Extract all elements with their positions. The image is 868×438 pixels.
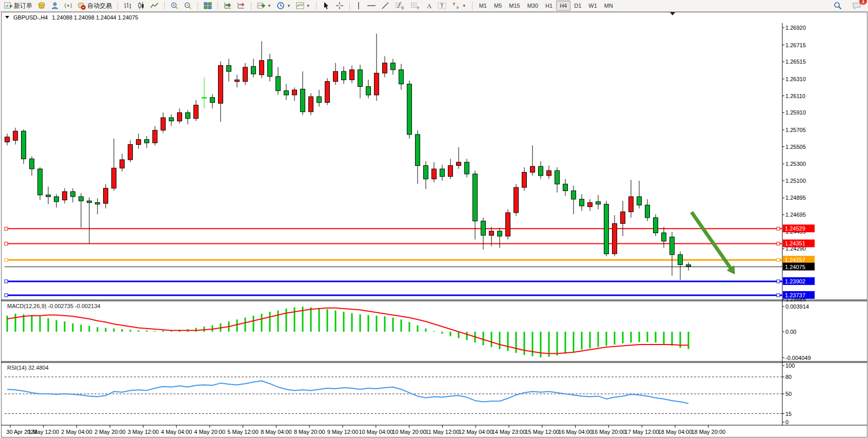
line-handle[interactable] — [777, 242, 780, 245]
line-handle[interactable] — [5, 258, 8, 261]
line-handle[interactable] — [5, 280, 8, 283]
line-handle[interactable] — [777, 258, 780, 261]
auto-trading-button[interactable]: 自动交易 — [75, 0, 114, 11]
price-axis-label: 1.25505 — [785, 144, 806, 150]
trendline-button[interactable] — [379, 0, 392, 11]
zoom-out-icon — [184, 2, 192, 10]
timeframe-button-M15[interactable]: M15 — [505, 1, 523, 11]
signal-button[interactable] — [62, 0, 75, 11]
toolbar-group-windows — [200, 0, 216, 11]
text-icon: A — [425, 2, 432, 10]
macd-axis-label: -0.004049 — [785, 355, 811, 361]
timeframe-button-D1[interactable]: D1 — [570, 1, 585, 11]
line-chart-icon — [150, 2, 159, 10]
auto-scroll-button[interactable] — [221, 0, 234, 11]
timeframe-button-MN[interactable]: MN — [601, 1, 617, 11]
toolbar-group-indicators: ▼ ▼ ▼ — [253, 0, 314, 11]
line-handle[interactable] — [5, 227, 8, 230]
periods-button[interactable]: ▼ — [274, 0, 293, 11]
line-handle[interactable] — [777, 280, 780, 283]
price-axis-label: 1.25100 — [785, 178, 806, 184]
time-axis-label: 17 May 12:00 — [625, 429, 659, 435]
chart-plot[interactable]: 1.269201.267151.265151.263101.261101.259… — [0, 23, 868, 438]
timeframe-button-M1[interactable]: M1 — [476, 1, 490, 11]
timeframe-button-H4[interactable]: H4 — [556, 1, 570, 11]
dropdown-arrow-icon: ▼ — [306, 4, 310, 8]
candlestick-button[interactable] — [134, 0, 148, 11]
search-button[interactable] — [831, 0, 844, 11]
new-order-label: 新订单 — [14, 2, 32, 10]
zoom-in-button[interactable] — [168, 0, 181, 11]
price-line-label: 1.24351 — [785, 240, 805, 246]
styler-button[interactable] — [35, 0, 48, 11]
rsi-name: RSI(14) — [7, 365, 27, 371]
arrange-objects-button[interactable]: ▼ — [449, 0, 469, 11]
auto-trading-icon — [77, 2, 86, 10]
chart-shift-button[interactable] — [234, 0, 248, 11]
dropdown-arrow-icon: ▼ — [287, 4, 291, 8]
macd-axis-label: 0.00 — [785, 329, 796, 335]
window-menu-arrow-icon[interactable] — [5, 16, 9, 18]
svg-text:T: T — [440, 3, 444, 9]
dropdown-arrow-icon: ▼ — [267, 4, 271, 8]
text-button[interactable]: A — [423, 0, 435, 11]
bar-chart-button[interactable] — [121, 0, 134, 11]
rsi-line — [7, 381, 688, 404]
rsi-axis-label: 100 — [785, 363, 795, 369]
fibonacci-button[interactable]: E — [392, 0, 407, 11]
line-handle[interactable] — [5, 294, 8, 297]
styler-icon — [37, 2, 46, 10]
line-handle[interactable] — [5, 242, 8, 245]
price-axis-label: 1.24695 — [785, 212, 806, 218]
tile-windows-icon — [204, 2, 212, 10]
time-axis-label: 14 May 23:00 — [492, 429, 526, 435]
fibonacci-expansion-button[interactable]: F — [407, 0, 423, 11]
toolbar-group-chart-type — [120, 0, 163, 11]
bar-chart-icon — [124, 2, 132, 10]
chart-ohlc-values: 1.24088 1.24098 1.24044 1.24075 — [52, 14, 138, 21]
price-line-label: 1.23902 — [785, 278, 805, 284]
rsi-value: 32.4804 — [28, 365, 49, 371]
text-label-button[interactable]: T — [435, 0, 449, 11]
profile-button[interactable] — [48, 0, 62, 11]
tile-windows-button[interactable] — [201, 0, 214, 11]
notifications-button[interactable]: 1 — [850, 0, 864, 11]
toolbar-separator — [198, 2, 198, 10]
line-handle[interactable] — [777, 294, 780, 297]
indicators-button[interactable]: ▼ — [254, 0, 274, 11]
chart-title-row: GBPUSD-,H4 1.24088 1.24098 1.24044 1.240… — [1, 12, 723, 23]
time-axis-label: 9 May 12:00 — [327, 429, 359, 435]
zoom-out-button[interactable] — [181, 0, 194, 11]
svg-text:A: A — [427, 2, 432, 10]
horizontal-line-button[interactable] — [364, 0, 379, 11]
chart-shift-marker[interactable] — [670, 12, 675, 15]
price-axis-label: 1.26715 — [785, 42, 806, 48]
line-chart-button[interactable] — [148, 0, 161, 11]
templates-icon — [296, 2, 304, 10]
price-axis-label: 1.25910 — [785, 109, 806, 116]
templates-button[interactable]: ▼ — [293, 0, 313, 11]
crosshair-button[interactable] — [333, 0, 346, 11]
fibonacci-expansion-icon: F — [410, 2, 420, 10]
timeframe-button-W1[interactable]: W1 — [585, 1, 601, 11]
mt4-terminal: { "toolbar": { "new_order_label": "新订单",… — [0, 0, 868, 438]
line-handle[interactable] — [777, 227, 780, 230]
toolbar-right: 1 — [831, 0, 868, 11]
macd-axis-label: 0.003914 — [785, 303, 809, 310]
signal-icon — [64, 2, 72, 10]
time-axis-label: 2 May 20:00 — [94, 429, 126, 435]
price-axis-label: 1.26310 — [785, 76, 806, 82]
cursor-button[interactable] — [320, 0, 333, 11]
timeframe-button-H1[interactable]: H1 — [542, 1, 556, 11]
timeframe-button-M30[interactable]: M30 — [524, 1, 542, 11]
price-axis-label: 1.26920 — [785, 25, 806, 31]
timeframe-button-M5[interactable]: M5 — [490, 1, 505, 11]
auto-trading-label: 自动交易 — [87, 2, 112, 10]
time-axis-label: 18 May 04:00 — [658, 429, 693, 435]
time-axis-label: 8 May 04:00 — [261, 429, 292, 435]
price-line-label: 1.24157 — [785, 257, 805, 263]
vertical-line-button[interactable] — [353, 0, 364, 11]
new-order-button[interactable]: 新订单 — [2, 0, 35, 11]
macd-signal-line — [7, 308, 688, 354]
chart-shift-icon — [237, 2, 245, 10]
